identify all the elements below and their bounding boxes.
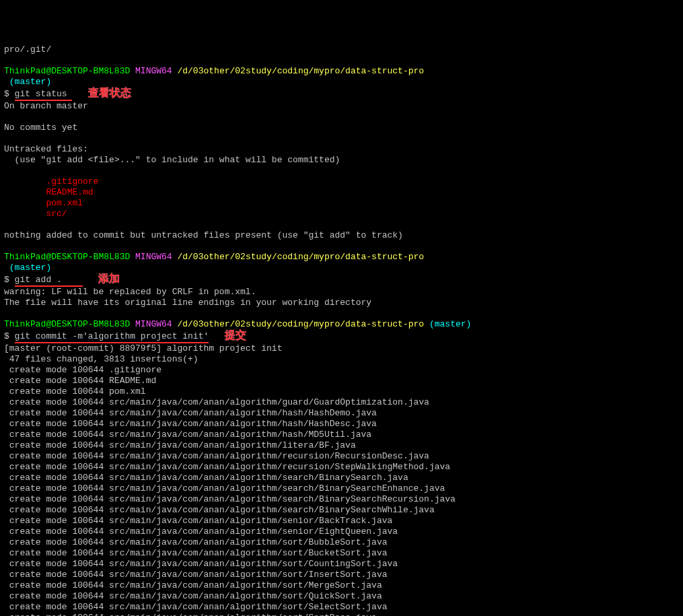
prompt2-shell: MINGW64 [135,252,172,262]
prompt3-path: /d/03other/02study/coding/mypro/data-str… [177,319,424,329]
created-file-line: create mode 100644 src/main/java/com/ana… [4,505,435,515]
warn-lf-crlf: warning: LF will be replaced by CRLF in … [4,287,256,297]
prompt3-shell: MINGW64 [135,319,172,329]
prompt1-userhost: ThinkPad@DESKTOP-BM8L83D [4,66,130,76]
nothing-added: nothing added to commit but untracked fi… [4,230,403,240]
created-file-line: create mode 100644 pom.xml [4,386,146,397]
prompt2-dollar: $ [4,275,15,285]
commit-stats: 47 files changed, 3813 insertions(+) [4,354,199,364]
prompt1-dollar: $ [4,89,15,99]
created-file-line: create mode 100644 src/main/java/com/ana… [4,526,398,537]
created-files-list: create mode 100644 .gitignore create mod… [4,365,679,616]
prompt3-userhost: ThinkPad@DESKTOP-BM8L83D [4,319,130,329]
created-file-line: create mode 100644 src/main/java/com/ana… [4,537,388,547]
created-file-line: create mode 100644 src/main/java/com/ana… [4,613,377,616]
prompt1-branch: (master) [9,77,51,87]
prompt2-branch: (master) [9,263,51,273]
created-file-line: create mode 100644 src/main/java/com/ana… [4,516,392,526]
prompt2-path: /d/03other/02study/coding/mypro/data-str… [177,252,424,262]
warn-line-endings: The file will have its original line end… [4,298,371,308]
terminal[interactable]: pro/.git/ ThinkPad@DESKTOP-BM8L83D MINGW… [0,32,683,616]
created-file-line: create mode 100644 src/main/java/com/ana… [4,419,377,429]
untracked-file: src/ [46,209,67,219]
cmd-git-add[interactable]: git add . [15,275,62,285]
created-file-line: create mode 100644 src/main/java/com/ana… [4,440,356,450]
created-file-line: create mode 100644 src/main/java/com/ana… [4,483,445,493]
created-file-line: create mode 100644 src/main/java/com/ana… [4,602,388,612]
commit-result: [master (root-commit) 88979f5] algorithm… [4,343,282,353]
prompt3-branch: (master) [429,319,471,329]
created-file-line: create mode 100644 src/main/java/com/ana… [4,462,450,472]
created-file-line: create mode 100644 src/main/java/com/ana… [4,548,388,558]
on-branch: On branch master [4,101,88,111]
cmd-git-commit[interactable]: git commit -m'algorithm project init' [15,331,209,341]
cmd-git-status[interactable]: git status [15,89,67,99]
created-file-line: create mode 100644 src/main/java/com/ana… [4,430,371,440]
prompt2-userhost: ThinkPad@DESKTOP-BM8L83D [4,252,130,262]
untracked-header: Untracked files: [4,144,88,154]
untracked-file: .gitignore [46,176,98,186]
annot-commit: 提交 [225,330,246,341]
created-file-line: create mode 100644 src/main/java/com/ana… [4,580,382,590]
no-commits: No commits yet [4,123,77,133]
created-file-line: create mode 100644 src/main/java/com/ana… [4,494,456,504]
created-file-line: create mode 100644 src/main/java/com/ana… [4,397,429,407]
created-file-line: create mode 100644 src/main/java/com/ana… [4,570,388,580]
created-file-line: create mode 100644 src/main/java/com/ana… [4,408,377,418]
prompt1-path: /d/03other/02study/coding/mypro/data-str… [177,66,424,76]
created-file-line: create mode 100644 .gitignore [4,365,161,375]
untracked-file: README.md [46,187,93,197]
created-file-line: create mode 100644 src/main/java/com/ana… [4,473,408,483]
path-line: pro/.git/ [4,44,51,55]
use-add-hint: (use "git add <file>..." to include in w… [4,155,340,165]
annot-add: 添加 [98,273,120,284]
created-file-line: create mode 100644 README.md [4,376,156,386]
created-file-line: create mode 100644 src/main/java/com/ana… [4,451,429,461]
created-file-line: create mode 100644 src/main/java/com/ana… [4,591,382,601]
created-file-line: create mode 100644 src/main/java/com/ana… [4,559,398,569]
untracked-file: pom.xml [46,198,83,208]
prompt3-dollar: $ [4,331,15,341]
annot-status: 查看状态 [88,88,131,98]
prompt1-shell: MINGW64 [135,66,172,76]
